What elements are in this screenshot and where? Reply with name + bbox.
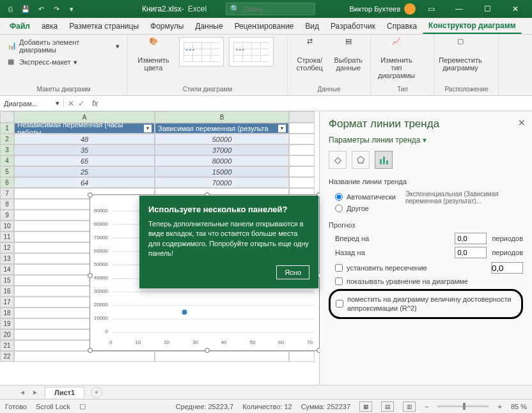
- row-header[interactable]: 19: [0, 318, 14, 329]
- row-header[interactable]: 22: [0, 351, 14, 362]
- table-cell[interactable]: 65: [14, 155, 155, 166]
- table-cell[interactable]: 48: [14, 134, 155, 144]
- zoom-label[interactable]: 85 %: [511, 403, 527, 410]
- cell[interactable]: [289, 166, 315, 177]
- view-page-break-icon[interactable]: ▥: [403, 401, 416, 412]
- cell[interactable]: [289, 351, 315, 362]
- tab-help[interactable]: Справка: [381, 19, 423, 34]
- zoom-slider[interactable]: [437, 405, 489, 407]
- table-header-cell[interactable]: Независимая переменная (часы работы▾: [14, 123, 155, 134]
- change-colors-button[interactable]: 🎨 Изменить цвета: [133, 37, 174, 72]
- view-normal-icon[interactable]: ▦: [359, 401, 372, 412]
- cell[interactable]: [289, 155, 315, 166]
- select-data-button[interactable]: ▤ Выбрать данные: [332, 37, 366, 72]
- radio-other[interactable]: [335, 205, 343, 212]
- row-header[interactable]: 11: [0, 231, 14, 242]
- cell[interactable]: [289, 134, 315, 144]
- col-header-c[interactable]: [289, 111, 315, 123]
- undo-icon[interactable]: ↶: [35, 3, 47, 15]
- save-icon[interactable]: 💾: [19, 3, 32, 15]
- accept-formula-icon[interactable]: ✓: [78, 99, 84, 108]
- ribbon-options-icon[interactable]: ▭: [418, 0, 444, 18]
- minimize-icon[interactable]: —: [446, 0, 472, 18]
- row-header[interactable]: 17: [0, 297, 14, 308]
- tab-review[interactable]: Рецензирование: [229, 19, 300, 34]
- change-chart-type-button[interactable]: 📈 Изменить тип диаграммы: [376, 37, 417, 79]
- row-header[interactable]: 12: [0, 242, 14, 253]
- effects-icon[interactable]: ⬠: [352, 151, 370, 169]
- tab-data[interactable]: Данные: [189, 19, 228, 34]
- table-cell[interactable]: 64: [14, 177, 155, 188]
- row-header[interactable]: 4: [0, 155, 14, 166]
- opt-auto[interactable]: Автоматически: [335, 193, 399, 201]
- checkbox-intercept[interactable]: [335, 264, 343, 272]
- row-header[interactable]: 18: [0, 308, 14, 318]
- tab-formulas[interactable]: Формулы: [145, 19, 189, 34]
- opt-intercept[interactable]: установить пересечение: [335, 262, 523, 274]
- cell[interactable]: [289, 144, 315, 155]
- resize-handle[interactable]: [88, 348, 93, 353]
- fill-line-icon[interactable]: ◇: [329, 151, 347, 169]
- row-header[interactable]: 5: [0, 166, 14, 177]
- tab-developer[interactable]: Разработчик: [325, 19, 381, 34]
- row-header[interactable]: 10: [0, 221, 14, 231]
- cell[interactable]: [14, 351, 155, 362]
- move-chart-button[interactable]: ▢ Переместить диаграмму: [440, 37, 481, 72]
- opt-show-equation[interactable]: показывать уравнение на диаграмме: [335, 277, 523, 285]
- row-header[interactable]: 9: [0, 210, 14, 221]
- tab-layout[interactable]: Разметка страницы: [63, 19, 145, 34]
- close-icon[interactable]: ✕: [503, 0, 528, 18]
- tab-view[interactable]: Вид: [299, 19, 325, 34]
- switch-row-col-button[interactable]: ⇄ Строка/ столбец: [293, 37, 327, 72]
- table-cell[interactable]: 15000: [155, 166, 289, 177]
- row-header[interactable]: 13: [0, 253, 14, 264]
- search-input[interactable]: [244, 5, 308, 13]
- resize-handle[interactable]: [205, 348, 210, 353]
- row-header[interactable]: 20: [0, 329, 14, 340]
- forward-input[interactable]: [455, 233, 487, 244]
- row-header[interactable]: 7: [0, 188, 14, 199]
- style-thumb-2[interactable]: [229, 37, 274, 66]
- intercept-input[interactable]: [491, 262, 523, 274]
- zoom-out-icon[interactable]: −: [425, 403, 428, 410]
- tab-chart-design[interactable]: Конструктор диаграмм: [423, 18, 521, 34]
- row-header[interactable]: 14: [0, 264, 14, 275]
- checkbox-show-eq[interactable]: [335, 277, 343, 285]
- cell[interactable]: [289, 177, 315, 188]
- tab-home[interactable]: авка: [36, 19, 63, 34]
- select-all-corner[interactable]: [0, 111, 14, 123]
- tab-nav-next[interactable]: ►: [32, 389, 42, 396]
- row-header[interactable]: 15: [0, 275, 14, 286]
- table-cell[interactable]: 70000: [155, 177, 289, 188]
- user-area[interactable]: Виктор Бухтеев: [350, 3, 416, 15]
- row-header[interactable]: 1: [0, 123, 14, 134]
- row-header[interactable]: 3: [0, 144, 14, 155]
- table-cell[interactable]: 80000: [155, 155, 289, 166]
- qat-more-icon[interactable]: ▾: [65, 3, 78, 15]
- backward-input[interactable]: [455, 247, 487, 258]
- row-header[interactable]: 2: [0, 134, 14, 144]
- worksheet[interactable]: 12345678910111213141516171819202122 A B …: [0, 111, 320, 385]
- pane-subtitle[interactable]: Параметры линии тренда ▾: [329, 136, 523, 144]
- table-cell[interactable]: 25: [14, 166, 155, 177]
- filter-dropdown-icon[interactable]: ▾: [144, 125, 152, 132]
- zoom-in-icon[interactable]: +: [497, 403, 501, 410]
- col-header-b[interactable]: B: [155, 111, 289, 123]
- add-sheet-button[interactable]: +: [91, 387, 102, 398]
- tab-file[interactable]: Файл: [4, 19, 36, 34]
- table-cell[interactable]: 50000: [155, 134, 289, 144]
- maximize-icon[interactable]: ☐: [474, 0, 500, 18]
- resize-handle[interactable]: [88, 273, 93, 278]
- row-header[interactable]: 16: [0, 286, 14, 297]
- row-header[interactable]: 6: [0, 177, 14, 188]
- opt-other[interactable]: Другое: [335, 205, 399, 212]
- filter-dropdown-icon[interactable]: ▾: [278, 125, 286, 132]
- redo-icon[interactable]: ↷: [50, 3, 63, 15]
- record-macro-icon[interactable]: ▢: [79, 402, 86, 410]
- style-thumb-1[interactable]: [179, 37, 224, 66]
- row-header[interactable]: 8: [0, 199, 14, 210]
- table-header-cell[interactable]: Зависимая переменная (результа▾: [155, 123, 289, 134]
- checkbox-show-r2[interactable]: [336, 300, 343, 308]
- sheet-tab[interactable]: Лист1: [45, 387, 84, 398]
- row-header[interactable]: 21: [0, 340, 14, 351]
